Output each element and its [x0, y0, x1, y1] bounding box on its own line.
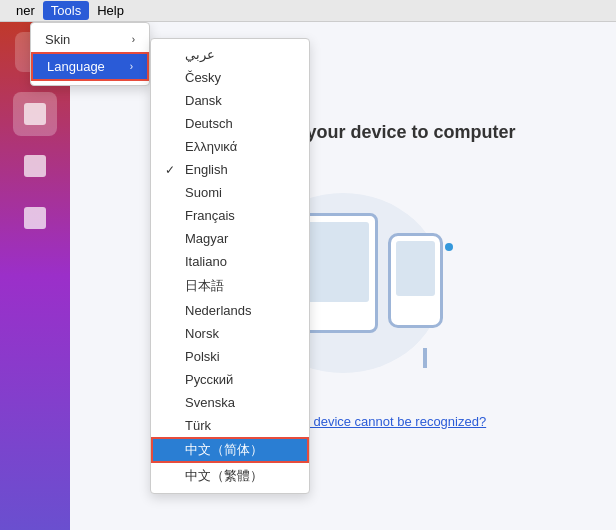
lang-finnish[interactable]: Suomi — [151, 181, 309, 204]
lang-czech-label: Česky — [185, 70, 221, 85]
nav-icon-2 — [24, 155, 46, 177]
lang-norwegian-label: Norsk — [185, 326, 219, 341]
device-phone — [388, 233, 443, 328]
lang-english-label: English — [185, 162, 228, 177]
lang-dutch-label: Nederlands — [185, 303, 252, 318]
lang-arabic[interactable]: عربي — [151, 43, 309, 66]
sidebar-nav-item-2[interactable] — [13, 144, 57, 188]
lang-turkish-label: Türk — [185, 418, 211, 433]
lang-japanese[interactable]: 日本語 — [151, 273, 309, 299]
tools-menu-language[interactable]: Language › — [31, 52, 149, 81]
sidebar — [0, 22, 70, 530]
lang-hungarian[interactable]: Magyar — [151, 227, 309, 250]
lang-czech[interactable]: Česky — [151, 66, 309, 89]
lang-swedish[interactable]: Svenska — [151, 391, 309, 414]
nav-icon-1 — [24, 103, 46, 125]
tools-menu: Skin › Language › — [30, 22, 150, 86]
lang-chinese-simplified[interactable]: 中文（简体） — [151, 437, 309, 463]
lang-polish-label: Polski — [185, 349, 220, 364]
skin-chevron-icon: › — [132, 34, 135, 45]
lang-norwegian[interactable]: Norsk — [151, 322, 309, 345]
menu-item-help[interactable]: Help — [89, 1, 132, 20]
lang-arabic-label: عربي — [185, 47, 215, 62]
language-label: Language — [47, 59, 105, 74]
language-chevron-icon: › — [130, 61, 133, 72]
lang-chinese-traditional[interactable]: 中文（繁體） — [151, 463, 309, 489]
menubar: ner Tools Help — [0, 0, 616, 22]
lang-chinese-traditional-label: 中文（繁體） — [185, 467, 263, 485]
lang-dutch[interactable]: Nederlands — [151, 299, 309, 322]
checkmark-english: ✓ — [165, 163, 179, 177]
lang-danish[interactable]: Dansk — [151, 89, 309, 112]
dot-blue — [445, 243, 453, 251]
lang-italian[interactable]: Italiano — [151, 250, 309, 273]
lang-german-label: Deutsch — [185, 116, 233, 131]
lang-chinese-simplified-label: 中文（简体） — [185, 441, 263, 459]
lang-hungarian-label: Magyar — [185, 231, 228, 246]
lang-polish[interactable]: Polski — [151, 345, 309, 368]
device-cable — [423, 348, 427, 368]
menu-item-ner[interactable]: ner — [8, 1, 43, 20]
lang-japanese-label: 日本語 — [185, 277, 224, 295]
phone-screen — [396, 241, 435, 296]
tools-menu-skin[interactable]: Skin › — [31, 27, 149, 52]
lang-italian-label: Italiano — [185, 254, 227, 269]
language-submenu: عربي Česky Dansk Deutsch Ελληνικά ✓ Engl… — [150, 38, 310, 494]
lang-russian-label: Русский — [185, 372, 233, 387]
lang-german[interactable]: Deutsch — [151, 112, 309, 135]
lang-greek-label: Ελληνικά — [185, 139, 237, 154]
lang-turkish[interactable]: Türk — [151, 414, 309, 437]
lang-french[interactable]: Français — [151, 204, 309, 227]
lang-english[interactable]: ✓ English — [151, 158, 309, 181]
lang-danish-label: Dansk — [185, 93, 222, 108]
lang-french-label: Français — [185, 208, 235, 223]
menu-item-tools[interactable]: Tools — [43, 1, 89, 20]
skin-label: Skin — [45, 32, 70, 47]
lang-greek[interactable]: Ελληνικά — [151, 135, 309, 158]
nav-icon-3 — [24, 207, 46, 229]
sidebar-nav-item-3[interactable] — [13, 196, 57, 240]
lang-swedish-label: Svenska — [185, 395, 235, 410]
sidebar-nav-item-1[interactable] — [13, 92, 57, 136]
lang-finnish-label: Suomi — [185, 185, 222, 200]
lang-russian[interactable]: Русский — [151, 368, 309, 391]
